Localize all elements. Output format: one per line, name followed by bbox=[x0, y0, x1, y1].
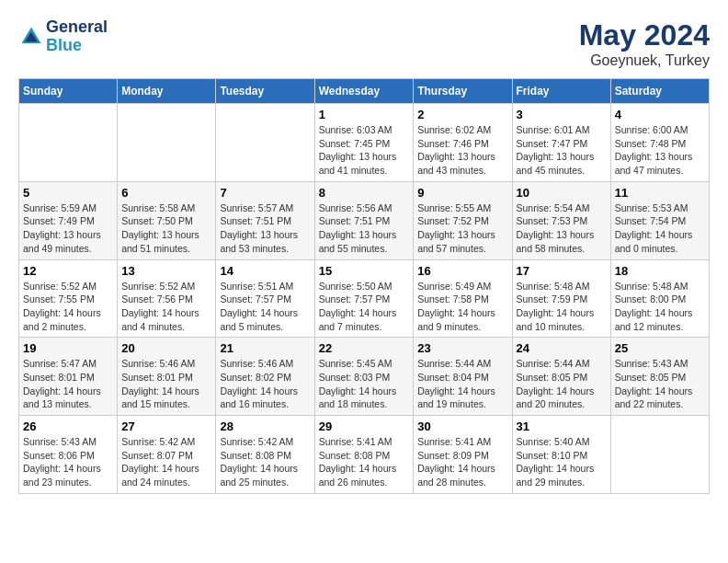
day-number: 3 bbox=[517, 108, 607, 121]
day-info: Sunrise: 5:46 AM Sunset: 8:02 PM Dayligh… bbox=[220, 357, 310, 411]
day-number: 24 bbox=[517, 341, 607, 355]
day-info: Sunrise: 5:57 AM Sunset: 7:51 PM Dayligh… bbox=[220, 201, 310, 256]
weekday-header-row: SundayMondayTuesdayWednesdayThursdayFrid… bbox=[19, 79, 710, 104]
calendar-cell: 31Sunrise: 5:40 AM Sunset: 8:10 PM Dayli… bbox=[512, 416, 610, 494]
month-title: May 2024 bbox=[579, 18, 710, 52]
location-title: Goeynuek, Turkey bbox=[579, 52, 710, 69]
weekday-header-thursday: Thursday bbox=[414, 79, 512, 104]
day-info: Sunrise: 5:44 AM Sunset: 8:04 PM Dayligh… bbox=[417, 357, 507, 411]
calendar-cell: 8Sunrise: 5:56 AM Sunset: 7:51 PM Daylig… bbox=[314, 181, 414, 259]
calendar-cell: 15Sunrise: 5:50 AM Sunset: 7:57 PM Dayli… bbox=[314, 259, 414, 338]
weekday-header-sunday: Sunday bbox=[19, 79, 118, 104]
day-info: Sunrise: 5:45 AM Sunset: 8:03 PM Dayligh… bbox=[319, 357, 410, 411]
calendar-cell: 25Sunrise: 5:43 AM Sunset: 8:05 PM Dayli… bbox=[610, 338, 709, 416]
calendar-table: SundayMondayTuesdayWednesdayThursdayFrid… bbox=[18, 78, 710, 494]
weekday-header-saturday: Saturday bbox=[610, 79, 709, 104]
calendar-cell: 3Sunrise: 6:01 AM Sunset: 7:47 PM Daylig… bbox=[512, 104, 610, 182]
calendar-cell bbox=[216, 104, 314, 182]
day-number: 18 bbox=[615, 264, 705, 278]
calendar-cell: 7Sunrise: 5:57 AM Sunset: 7:51 PM Daylig… bbox=[216, 181, 314, 259]
day-number: 23 bbox=[417, 341, 507, 355]
day-info: Sunrise: 5:40 AM Sunset: 8:10 PM Dayligh… bbox=[517, 435, 607, 489]
day-info: Sunrise: 6:03 AM Sunset: 7:45 PM Dayligh… bbox=[319, 123, 410, 178]
calendar-cell: 14Sunrise: 5:51 AM Sunset: 7:57 PM Dayli… bbox=[216, 259, 314, 338]
day-number: 27 bbox=[121, 419, 211, 433]
day-info: Sunrise: 6:00 AM Sunset: 7:48 PM Dayligh… bbox=[615, 123, 705, 178]
week-row-3: 12Sunrise: 5:52 AM Sunset: 7:55 PM Dayli… bbox=[19, 259, 710, 338]
calendar-cell: 11Sunrise: 5:53 AM Sunset: 7:54 PM Dayli… bbox=[610, 181, 709, 259]
calendar-cell: 23Sunrise: 5:44 AM Sunset: 8:04 PM Dayli… bbox=[414, 338, 512, 416]
day-number: 11 bbox=[615, 186, 705, 200]
logo-icon bbox=[18, 24, 44, 50]
day-number: 12 bbox=[23, 264, 113, 278]
week-row-4: 19Sunrise: 5:47 AM Sunset: 8:01 PM Dayli… bbox=[19, 338, 710, 416]
week-row-5: 26Sunrise: 5:43 AM Sunset: 8:06 PM Dayli… bbox=[19, 416, 710, 494]
calendar-cell bbox=[610, 416, 709, 494]
day-info: Sunrise: 6:01 AM Sunset: 7:47 PM Dayligh… bbox=[517, 123, 607, 178]
day-info: Sunrise: 5:58 AM Sunset: 7:50 PM Dayligh… bbox=[121, 201, 211, 256]
day-number: 2 bbox=[417, 108, 507, 121]
calendar-cell: 2Sunrise: 6:02 AM Sunset: 7:46 PM Daylig… bbox=[414, 104, 512, 182]
weekday-header-wednesday: Wednesday bbox=[314, 79, 414, 104]
day-info: Sunrise: 5:43 AM Sunset: 8:06 PM Dayligh… bbox=[23, 435, 113, 489]
day-info: Sunrise: 5:44 AM Sunset: 8:05 PM Dayligh… bbox=[517, 357, 607, 411]
day-number: 8 bbox=[319, 186, 410, 200]
calendar-cell: 10Sunrise: 5:54 AM Sunset: 7:53 PM Dayli… bbox=[512, 181, 610, 259]
day-info: Sunrise: 5:49 AM Sunset: 7:58 PM Dayligh… bbox=[417, 280, 507, 334]
calendar-cell: 4Sunrise: 6:00 AM Sunset: 7:48 PM Daylig… bbox=[610, 104, 709, 182]
calendar-cell: 28Sunrise: 5:42 AM Sunset: 8:08 PM Dayli… bbox=[216, 416, 314, 494]
calendar-cell: 30Sunrise: 5:41 AM Sunset: 8:09 PM Dayli… bbox=[414, 416, 512, 494]
day-number: 6 bbox=[121, 186, 211, 200]
day-number: 9 bbox=[417, 186, 507, 200]
day-info: Sunrise: 5:52 AM Sunset: 7:55 PM Dayligh… bbox=[23, 280, 113, 334]
calendar-cell: 9Sunrise: 5:55 AM Sunset: 7:52 PM Daylig… bbox=[414, 181, 512, 259]
day-number: 20 bbox=[121, 341, 211, 355]
calendar-cell: 24Sunrise: 5:44 AM Sunset: 8:05 PM Dayli… bbox=[512, 338, 610, 416]
weekday-header-tuesday: Tuesday bbox=[216, 79, 314, 104]
calendar-cell: 1Sunrise: 6:03 AM Sunset: 7:45 PM Daylig… bbox=[314, 104, 414, 182]
day-number: 22 bbox=[319, 341, 410, 355]
day-info: Sunrise: 5:55 AM Sunset: 7:52 PM Dayligh… bbox=[417, 201, 507, 256]
calendar-cell: 5Sunrise: 5:59 AM Sunset: 7:49 PM Daylig… bbox=[19, 181, 118, 259]
day-number: 16 bbox=[417, 264, 507, 278]
calendar-cell: 20Sunrise: 5:46 AM Sunset: 8:01 PM Dayli… bbox=[118, 338, 216, 416]
calendar-cell: 27Sunrise: 5:42 AM Sunset: 8:07 PM Dayli… bbox=[118, 416, 216, 494]
day-number: 17 bbox=[517, 264, 607, 278]
page-header: GeneralBlue May 2024 Goeynuek, Turkey bbox=[18, 18, 710, 69]
day-number: 26 bbox=[23, 419, 113, 433]
day-number: 25 bbox=[615, 341, 705, 355]
weekday-header-friday: Friday bbox=[512, 79, 610, 104]
day-info: Sunrise: 5:47 AM Sunset: 8:01 PM Dayligh… bbox=[23, 357, 113, 411]
day-info: Sunrise: 5:48 AM Sunset: 8:00 PM Dayligh… bbox=[615, 280, 705, 334]
day-number: 5 bbox=[23, 186, 113, 200]
day-info: Sunrise: 5:52 AM Sunset: 7:56 PM Dayligh… bbox=[121, 280, 211, 334]
day-number: 30 bbox=[417, 419, 507, 433]
day-info: Sunrise: 5:53 AM Sunset: 7:54 PM Dayligh… bbox=[615, 201, 705, 256]
calendar-cell: 6Sunrise: 5:58 AM Sunset: 7:50 PM Daylig… bbox=[118, 181, 216, 259]
day-number: 1 bbox=[319, 108, 410, 121]
logo-text: GeneralBlue bbox=[46, 18, 108, 55]
day-info: Sunrise: 5:56 AM Sunset: 7:51 PM Dayligh… bbox=[319, 201, 410, 256]
week-row-1: 1Sunrise: 6:03 AM Sunset: 7:45 PM Daylig… bbox=[19, 104, 710, 182]
day-number: 7 bbox=[220, 186, 310, 200]
day-number: 31 bbox=[517, 419, 607, 433]
calendar-cell bbox=[19, 104, 118, 182]
calendar-cell: 17Sunrise: 5:48 AM Sunset: 7:59 PM Dayli… bbox=[512, 259, 610, 338]
day-info: Sunrise: 5:43 AM Sunset: 8:05 PM Dayligh… bbox=[615, 357, 705, 411]
day-number: 28 bbox=[220, 419, 310, 433]
title-block: May 2024 Goeynuek, Turkey bbox=[579, 18, 710, 69]
day-info: Sunrise: 5:50 AM Sunset: 7:57 PM Dayligh… bbox=[319, 280, 410, 334]
day-info: Sunrise: 5:41 AM Sunset: 8:08 PM Dayligh… bbox=[319, 435, 410, 489]
calendar-cell: 21Sunrise: 5:46 AM Sunset: 8:02 PM Dayli… bbox=[216, 338, 314, 416]
day-number: 21 bbox=[220, 341, 310, 355]
day-info: Sunrise: 5:51 AM Sunset: 7:57 PM Dayligh… bbox=[220, 280, 310, 334]
day-info: Sunrise: 5:48 AM Sunset: 7:59 PM Dayligh… bbox=[517, 280, 607, 334]
week-row-2: 5Sunrise: 5:59 AM Sunset: 7:49 PM Daylig… bbox=[19, 181, 710, 259]
day-number: 15 bbox=[319, 264, 410, 278]
day-number: 14 bbox=[220, 264, 310, 278]
calendar-cell: 29Sunrise: 5:41 AM Sunset: 8:08 PM Dayli… bbox=[314, 416, 414, 494]
calendar-cell: 18Sunrise: 5:48 AM Sunset: 8:00 PM Dayli… bbox=[610, 259, 709, 338]
calendar-cell: 16Sunrise: 5:49 AM Sunset: 7:58 PM Dayli… bbox=[414, 259, 512, 338]
day-info: Sunrise: 5:54 AM Sunset: 7:53 PM Dayligh… bbox=[517, 201, 607, 256]
calendar-cell bbox=[118, 104, 216, 182]
